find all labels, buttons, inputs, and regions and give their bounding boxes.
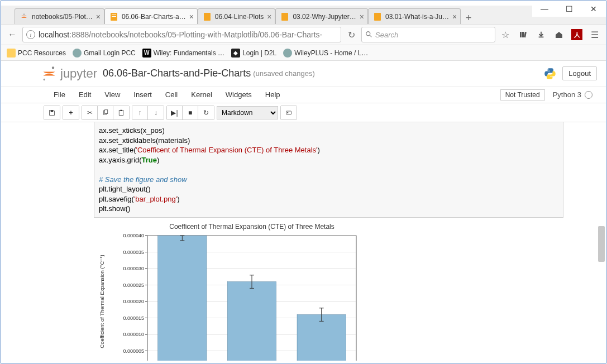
svg-rect-11: [524, 32, 527, 37]
celltype-select[interactable]: Markdown: [217, 106, 278, 119]
svg-rect-16: [51, 110, 54, 112]
svg-rect-52: [158, 236, 207, 361]
code-string: 'bar_plot.png': [134, 195, 177, 203]
search-box[interactable]: Search: [361, 27, 495, 42]
cut-button[interactable]: ✂: [82, 106, 98, 119]
code-cell[interactable]: ax.set_xticks(x_pos) ax.set_xticklabels(…: [94, 122, 563, 218]
notebook-icon: [109, 12, 118, 21]
svg-text:0.000020: 0.000020: [123, 299, 144, 304]
svg-rect-2: [112, 15, 116, 15]
bookmark-item[interactable]: Gmail Login PCC: [73, 49, 136, 58]
bookmark-label: Wiley: Fundamentals …: [154, 49, 224, 57]
svg-text:Coefficient of Thermal Expansi: Coefficient of Thermal Expansion (°C⁻¹): [99, 255, 105, 348]
svg-point-15: [552, 77, 553, 78]
menu-help[interactable]: Help: [259, 90, 287, 99]
downloads-icon[interactable]: [533, 27, 549, 42]
close-icon[interactable]: ×: [96, 12, 101, 21]
menu-kernel[interactable]: Kernel: [184, 90, 219, 99]
svg-point-12: [52, 66, 54, 69]
window-minimize-button[interactable]: —: [532, 1, 557, 17]
code-line: ax.set_xticklabels(materials): [99, 136, 190, 145]
back-button[interactable]: ←: [4, 27, 20, 42]
url-bar[interactable]: i localhost:8888/notebooks/notebooks/05-…: [22, 27, 341, 42]
add-cell-button[interactable]: +: [63, 106, 79, 119]
bookmark-star-icon[interactable]: ☆: [498, 27, 513, 42]
close-icon[interactable]: ×: [452, 12, 457, 21]
menu-icon[interactable]: ☰: [587, 27, 603, 42]
restart-button[interactable]: ↻: [198, 106, 214, 119]
run-button[interactable]: ▶|: [167, 106, 183, 119]
svg-text:Coefficent of Thermal Expansio: Coefficent of Thermal Expansion (CTE) of…: [169, 223, 334, 231]
code-line: ax.set_xticks(x_pos): [99, 126, 165, 135]
svg-text:0.000015: 0.000015: [123, 315, 144, 320]
svg-text:0.000010: 0.000010: [123, 332, 144, 337]
tab-label: 06.04-Line-Plots: [215, 13, 264, 21]
tab-label: 03.02-Why-Jupyter…: [293, 13, 356, 21]
svg-rect-6: [374, 13, 381, 21]
browser-tab[interactable]: 06.06-Bar-Charts-a… ×: [104, 8, 198, 24]
window-scrollbar-thumb[interactable]: [598, 231, 605, 259]
bar-chart: Coefficent of Thermal Expansion (CTE) of…: [94, 222, 362, 361]
notebook-icon: [373, 12, 382, 21]
jupyter-logo-icon: [41, 66, 57, 82]
bookmark-label: Login | D2L: [242, 49, 276, 57]
notebook-title[interactable]: 06.06-Bar-Charts-and-Pie-Charts: [103, 68, 251, 79]
new-tab-button[interactable]: +: [461, 12, 476, 24]
trust-indicator[interactable]: Not Trusted: [500, 89, 545, 100]
svg-rect-62: [297, 315, 346, 361]
menu-widgets[interactable]: Widgets: [219, 90, 259, 99]
search-placeholder: Search: [375, 31, 398, 39]
menu-file[interactable]: File: [47, 90, 72, 99]
browser-tab[interactable]: 06.04-Line-Plots ×: [198, 8, 276, 24]
code-line: ): [157, 156, 159, 164]
bookmark-label: PCC Resources: [18, 49, 66, 57]
window-maximize-button[interactable]: ☐: [557, 1, 581, 17]
menu-insert[interactable]: Insert: [127, 90, 159, 99]
bookmark-item[interactable]: WWiley: Fundamentals …: [142, 49, 224, 58]
copy-button[interactable]: [98, 106, 113, 119]
move-down-button[interactable]: ↓: [148, 106, 164, 119]
svg-rect-10: [522, 32, 524, 37]
close-icon[interactable]: ×: [189, 12, 194, 21]
kernel-name[interactable]: Python 3: [553, 90, 581, 99]
save-button[interactable]: [44, 106, 60, 119]
logout-button[interactable]: Logout: [562, 66, 597, 80]
svg-text:0.000030: 0.000030: [123, 266, 144, 271]
svg-rect-5: [281, 13, 288, 21]
jupyter-logo[interactable]: jupyter: [41, 66, 97, 82]
svg-text:0.000035: 0.000035: [123, 249, 144, 255]
url-path: :8888/notebooks/notebooks/05-Plotting-wi…: [69, 30, 322, 39]
svg-text:0.000025: 0.000025: [123, 282, 144, 288]
svg-text:0.000005: 0.000005: [123, 348, 144, 353]
menu-view[interactable]: View: [98, 90, 127, 99]
code-line: ): [177, 195, 179, 203]
menu-edit[interactable]: Edit: [72, 90, 98, 99]
menu-cell[interactable]: Cell: [159, 90, 184, 99]
svg-rect-9: [520, 32, 522, 37]
svg-rect-18: [104, 109, 107, 113]
bookmark-item[interactable]: PCC Resources: [7, 49, 66, 58]
library-icon[interactable]: [515, 27, 531, 42]
close-icon[interactable]: ×: [267, 12, 271, 21]
browser-tab[interactable]: notebooks/05-Plot… ×: [15, 8, 104, 24]
globe-icon: [283, 49, 292, 58]
jupyter-logo-text: jupyter: [60, 66, 97, 81]
move-up-button[interactable]: ↑: [132, 106, 148, 119]
browser-tab[interactable]: 03.01-What-is-a-Ju… ×: [368, 8, 461, 24]
code-line: plt.savefig(: [99, 195, 134, 203]
paste-button[interactable]: [113, 106, 129, 119]
code-comment: # Save the figure and show: [99, 175, 187, 184]
site-info-icon[interactable]: i: [26, 30, 35, 39]
bookmark-label: Gmail Login PCC: [84, 49, 136, 57]
bookmark-item[interactable]: WileyPLUS - Home / L…: [283, 49, 368, 58]
bookmark-item[interactable]: ◆Login | D2L: [231, 49, 276, 58]
interrupt-button[interactable]: ■: [183, 106, 198, 119]
code-line: ax.set_title(: [99, 146, 136, 154]
adobe-icon[interactable]: 人: [569, 27, 585, 42]
command-palette-button[interactable]: [281, 106, 297, 119]
browser-tab[interactable]: 03.02-Why-Jupyter… ×: [275, 8, 368, 24]
home-icon[interactable]: [551, 27, 567, 42]
window-close-button[interactable]: ✕: [581, 1, 606, 17]
reload-button[interactable]: ↻: [343, 27, 359, 42]
close-icon[interactable]: ×: [360, 12, 364, 21]
